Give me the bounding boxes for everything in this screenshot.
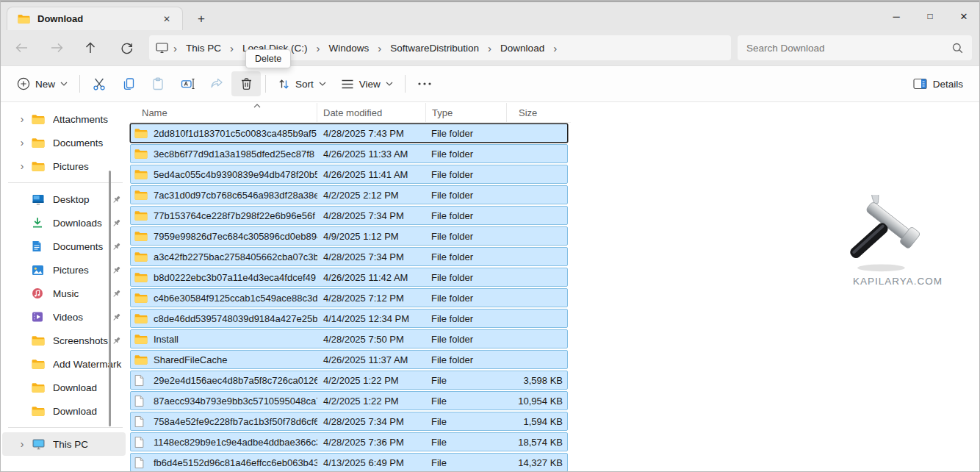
new-button[interactable]: New [10, 71, 75, 96]
view-button[interactable]: View [334, 71, 400, 96]
file-row[interactable]: 7959e99826d7ec684c305896cd0eb894 4/9/202… [130, 226, 568, 246]
breadcrumb-item[interactable]: SoftwareDistribution [386, 40, 483, 57]
file-row[interactable]: SharedFileCache 4/26/2025 11:37 AM File … [130, 350, 568, 369]
file-size: 10,954 KB [507, 396, 570, 407]
forward-button[interactable] [45, 36, 68, 60]
delete-button[interactable] [231, 71, 261, 96]
sidebar-tree-item[interactable]: › Pictures [2, 154, 126, 178]
paste-button[interactable] [143, 71, 173, 96]
file-row[interactable]: c4b6e30584f9125ccab1c549ace88c3d 4/28/20… [130, 288, 568, 307]
tab-close-icon[interactable]: ✕ [159, 11, 175, 27]
file-row[interactable]: fb6d4e5152d96c81a46effcc6eb063b438b6... … [130, 453, 568, 472]
share-button[interactable] [202, 71, 231, 96]
cut-button[interactable] [84, 71, 114, 96]
maximize-button[interactable]: □ [913, 2, 947, 30]
file-row[interactable]: 29e2e4d156aec4d8b7a5f8c726ca01266274... … [130, 371, 568, 390]
chevron-right-icon[interactable]: › [12, 438, 32, 450]
file-row[interactable]: c8de46dd5395748039d9184a427e25b9 4/14/20… [130, 309, 568, 328]
file-type: File folder [426, 272, 507, 283]
breadcrumb-chevron-icon[interactable]: › [483, 42, 496, 54]
hammer-logo [832, 195, 964, 274]
file-row[interactable]: b8d0222ebc3b07a11e4d3eca4fdcef49 4/26/20… [130, 268, 568, 287]
column-header-date-modified[interactable]: Date modified [317, 103, 425, 122]
sidebar-quick-access-item[interactable]: Add Watermark [2, 352, 126, 376]
file-type: File [426, 437, 507, 448]
file-name: SharedFileCache [154, 354, 227, 365]
rename-button[interactable] [173, 71, 202, 96]
copy-button[interactable] [114, 71, 143, 96]
file-row[interactable]: 5ed4ac055c4b9390839e94db478f20b5 4/26/20… [130, 165, 568, 184]
more-options-button[interactable] [410, 71, 439, 96]
search-input[interactable] [746, 43, 952, 54]
breadcrumb-chevron-icon[interactable]: › [549, 42, 561, 54]
sidebar-quick-access-item[interactable]: Music [2, 282, 126, 305]
breadcrumb: ›This PC›Local Disk (C:)›Windows›Softwar… [169, 40, 561, 57]
sidebar-quick-access-item[interactable]: Screenshots [2, 329, 126, 352]
file-type: File folder [426, 293, 507, 304]
sort-button-label: Sort [295, 79, 314, 90]
file-list-pane: Name Date modified Type Size 2dd810f1d18… [130, 103, 980, 472]
new-tab-button[interactable]: + [192, 11, 211, 27]
file-row[interactable]: 7ac31d0d97cb768c6546a983df28a38e 4/2/202… [130, 185, 568, 204]
file-name: 87aecc934b793e9bb3c5710595048ca7a7c... [154, 396, 317, 407]
window-controls: ─ □ ✕ [879, 2, 980, 30]
breadcrumb-item[interactable]: Download [496, 40, 549, 57]
chevron-right-icon[interactable]: › [12, 137, 32, 149]
breadcrumb-chevron-icon[interactable]: › [226, 42, 238, 54]
sidebar-tree-item[interactable]: › Attachments [2, 107, 126, 131]
music-icon [32, 287, 46, 300]
breadcrumb-item[interactable]: This PC [181, 40, 226, 57]
back-button[interactable] [10, 36, 33, 60]
chevron-right-icon[interactable]: › [12, 160, 32, 172]
tab-download[interactable]: Download ✕ [7, 7, 183, 30]
breadcrumb-chevron-icon[interactable]: › [312, 42, 325, 54]
sidebar-tree-item[interactable]: › Documents [2, 131, 126, 154]
file-name-cell: 3ec8b6f77d9d1a3a1985dfed25ec87f8 [131, 148, 317, 160]
sidebar-item-label: Download [53, 382, 126, 393]
file-row[interactable]: 758a4e52fe9c228fb7ac1b3f50f78d6cf63d8...… [130, 412, 568, 431]
command-bar: New Sort [1, 65, 980, 102]
close-button[interactable]: ✕ [947, 2, 980, 30]
column-header-type[interactable]: Type [425, 103, 506, 122]
sidebar-item-label: Pictures [53, 161, 126, 172]
column-header-size[interactable]: Size [506, 103, 569, 122]
folder-icon [32, 136, 46, 149]
file-row[interactable]: 2dd810f1d183701c5c0083ca485b9af5 4/28/20… [130, 124, 568, 143]
file-row[interactable]: 87aecc934b793e9bb3c5710595048ca7a7c... 4… [130, 391, 568, 410]
file-row[interactable]: 1148ec829b9e1c9e4adbe4ddbae366c301b... 4… [130, 432, 568, 451]
chevron-right-icon[interactable]: › [12, 113, 32, 125]
file-date-modified: 4/26/2025 11:33 AM [317, 149, 426, 160]
sidebar-divider [8, 182, 123, 183]
breadcrumb-item[interactable]: Windows [325, 40, 374, 57]
search-box[interactable] [738, 35, 972, 60]
sidebar-quick-access-item[interactable]: Desktop [2, 187, 126, 211]
address-bar[interactable]: ›This PC›Local Disk (C:)›Windows›Softwar… [149, 35, 731, 60]
column-header-name[interactable]: Name [130, 103, 317, 122]
breadcrumb-chevron-icon[interactable]: › [373, 42, 386, 54]
file-icon [134, 436, 148, 448]
details-pane-button[interactable]: Details [906, 71, 970, 96]
sidebar-quick-access-item[interactable]: Videos [2, 305, 126, 329]
file-row[interactable]: Install 4/28/2025 7:50 PM File folder [130, 329, 568, 348]
sidebar-quick-access-item[interactable]: Pictures [2, 258, 126, 282]
sidebar-quick-access-item[interactable]: Download [2, 399, 126, 423]
refresh-button[interactable] [115, 36, 138, 60]
file-row[interactable]: a3c42fb2275bac2758405662cba07c3b 4/28/20… [130, 247, 568, 266]
file-name: Install [154, 334, 179, 345]
sidebar-quick-access-item[interactable]: Download [2, 376, 126, 399]
search-icon[interactable] [952, 43, 963, 54]
sidebar-item-label: Download [53, 406, 126, 417]
sidebar-scrollbar[interactable] [109, 171, 111, 426]
sidebar-quick-access-item[interactable]: Downloads [2, 211, 126, 235]
file-row[interactable]: 77b153764ce228f7b298f22e6b96e56f 4/28/20… [130, 206, 568, 225]
pictures-icon [32, 263, 46, 276]
sidebar-item-this-pc[interactable]: › This PC [2, 432, 126, 456]
sidebar-quick-access-item[interactable]: Documents [2, 235, 126, 258]
breadcrumb-chevron-icon[interactable]: › [169, 42, 181, 54]
up-button[interactable] [79, 36, 102, 60]
minimize-button[interactable]: ─ [879, 2, 913, 30]
file-name: 758a4e52fe9c228fb7ac1b3f50f78d6cf63d8... [154, 416, 317, 427]
file-name-cell: 2dd810f1d183701c5c0083ca485b9af5 [131, 127, 317, 139]
file-row[interactable]: 3ec8b6f77d9d1a3a1985dfed25ec87f8 4/26/20… [130, 144, 568, 163]
sort-button[interactable]: Sort [270, 71, 334, 96]
